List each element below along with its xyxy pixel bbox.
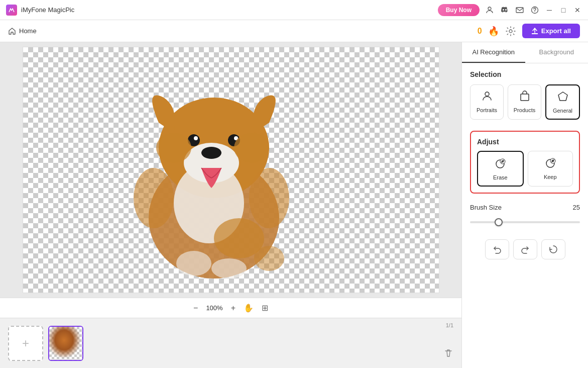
thumb-dog-preview (49, 327, 82, 360)
brush-section: Brush Size 25 (462, 198, 588, 231)
settings-icon[interactable] (505, 26, 516, 37)
zoom-bar: − 100% + ✋ ⊞ (0, 298, 461, 318)
canvas-area: − 100% + ✋ ⊞ 1/1 + (0, 42, 461, 368)
svg-point-9 (201, 147, 221, 159)
zoom-level: 100% (206, 304, 222, 312)
selection-products[interactable]: Products (508, 84, 541, 120)
home-button[interactable]: Home (8, 27, 37, 35)
toolbar-left: Home (8, 27, 37, 35)
svg-point-14 (156, 133, 191, 163)
brush-size-slider[interactable] (470, 221, 580, 223)
toolbar: Home 0 🔥 Export all (0, 20, 588, 42)
export-all-button[interactable]: Export all (522, 24, 580, 38)
zoom-out-button[interactable]: − (193, 304, 198, 313)
general-label: General (553, 108, 572, 114)
svg-point-15 (234, 133, 269, 163)
home-label: Home (19, 27, 37, 35)
brush-size-value: 25 (573, 204, 580, 211)
keep-icon (544, 156, 557, 172)
adjust-section: Adjust Erase (470, 131, 580, 194)
title-bar-left: iMyFone MagicPic (6, 5, 74, 16)
right-panel: AI Recognition Background Selection Port… (461, 42, 588, 368)
svg-marker-24 (558, 92, 567, 101)
help-icon[interactable] (530, 5, 540, 15)
svg-rect-23 (521, 94, 529, 101)
maximize-button[interactable]: □ (559, 6, 568, 15)
tab-ai-recognition[interactable]: AI Recognition (462, 42, 525, 63)
brush-size-label: Brush Size (470, 204, 502, 211)
svg-point-22 (485, 92, 489, 96)
portraits-label: Portraits (477, 107, 497, 113)
discord-icon[interactable] (500, 5, 510, 15)
svg-point-19 (249, 168, 289, 228)
svg-rect-1 (516, 8, 523, 13)
general-icon (557, 90, 569, 106)
svg-point-21 (254, 246, 284, 271)
redo-button[interactable] (513, 239, 537, 259)
erase-icon (494, 157, 507, 172)
add-image-button[interactable]: + (8, 326, 43, 361)
toolbar-right: 0 🔥 Export all (478, 24, 580, 38)
notification-zero: 0 (478, 27, 482, 36)
split-view-icon[interactable]: ⊞ (262, 303, 268, 313)
selection-portraits[interactable]: Portraits (470, 84, 504, 120)
portraits-icon (481, 90, 493, 105)
canvas (23, 47, 439, 293)
svg-point-0 (488, 7, 491, 10)
export-label: Export all (541, 27, 571, 35)
panel-tabs: AI Recognition Background (462, 42, 588, 63)
svg-point-17 (211, 258, 247, 279)
adjust-title: Adjust (477, 138, 573, 146)
adjust-grid: Erase Keep (477, 151, 573, 187)
title-bar-controls: Buy Now ─ □ ✕ (438, 4, 582, 16)
tab-background[interactable]: Background (525, 42, 589, 63)
svg-point-12 (194, 136, 198, 140)
erase-label: Erase (493, 174, 508, 180)
selection-grid: Portraits Products General (470, 84, 580, 120)
delete-image-button[interactable] (443, 348, 453, 361)
history-section (462, 233, 588, 265)
reset-button[interactable] (541, 239, 565, 259)
app-logo (6, 5, 17, 16)
undo-button[interactable] (485, 239, 509, 259)
title-bar: iMyFone MagicPic Buy Now ─ □ ✕ (0, 0, 588, 20)
dog-image (23, 47, 439, 293)
products-label: Products (514, 107, 535, 113)
mail-icon[interactable] (515, 5, 525, 15)
selection-general[interactable]: General (545, 84, 580, 120)
products-icon (519, 90, 531, 105)
selection-title: Selection (470, 70, 580, 78)
svg-point-18 (134, 168, 174, 228)
user-icon[interactable] (485, 5, 495, 15)
page-count: 1/1 (446, 322, 453, 328)
minimize-button[interactable]: ─ (545, 6, 554, 15)
adjust-erase[interactable]: Erase (477, 151, 524, 187)
fire-icon: 🔥 (488, 26, 499, 37)
keep-label: Keep (544, 174, 557, 180)
thumbnail-item[interactable] (48, 326, 83, 361)
svg-point-4 (509, 30, 512, 33)
zoom-in-button[interactable]: + (231, 304, 236, 313)
thumbnail-strip: 1/1 + (0, 318, 461, 368)
pan-icon[interactable]: ✋ (244, 303, 254, 313)
brush-header: Brush Size 25 (470, 204, 580, 211)
main-area: − 100% + ✋ ⊞ 1/1 + (0, 42, 588, 368)
canvas-container[interactable] (0, 42, 461, 298)
svg-point-16 (176, 251, 211, 276)
adjust-keep[interactable]: Keep (528, 151, 573, 187)
selection-section: Selection Portraits Products (462, 63, 588, 127)
buy-now-button[interactable]: Buy Now (438, 4, 480, 16)
close-button[interactable]: ✕ (573, 6, 582, 15)
svg-point-3 (535, 12, 535, 12)
app-name: iMyFone MagicPic (21, 6, 74, 14)
